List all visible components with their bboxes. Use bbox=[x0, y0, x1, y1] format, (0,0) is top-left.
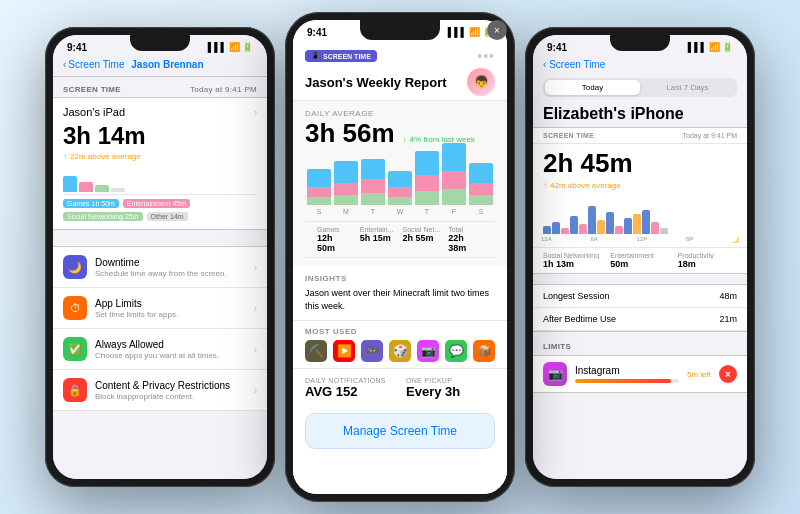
right-phone: 9:41 ▌▌▌ 📶 🔋 ‹ Screen Time Today Last 7 … bbox=[525, 27, 755, 487]
instagram-icon: 📷 bbox=[543, 362, 567, 386]
week-day-0: S bbox=[307, 169, 331, 215]
list-item-always-allowed[interactable]: ✅ Always Allowed Choose apps you want at… bbox=[53, 329, 267, 370]
battery-icon: 🔋 bbox=[242, 42, 253, 52]
r-bar-11 bbox=[633, 214, 641, 234]
cat-social-label: Social Networking 25m bbox=[63, 212, 143, 221]
downtime-icon: 🌙 bbox=[63, 255, 87, 279]
close-button[interactable]: × bbox=[487, 20, 507, 40]
notif-label-pickup: One Pickup bbox=[406, 377, 495, 384]
wifi-center-icon: 📶 bbox=[469, 27, 480, 37]
downtime-subtitle: Schedule time away from the screen. bbox=[95, 269, 246, 278]
segment-control[interactable]: Today Last 7 Days bbox=[543, 78, 737, 97]
r-bar-2 bbox=[552, 222, 560, 234]
nav-bar-left: ‹ Screen Time Jason Brennan bbox=[53, 57, 267, 77]
segment-today[interactable]: Today bbox=[545, 80, 640, 95]
week-day-4: T bbox=[415, 151, 439, 215]
signal-icon: ▌▌▌ bbox=[208, 42, 227, 52]
nav-bar-right: ‹ Screen Time bbox=[533, 57, 747, 74]
dots-menu[interactable]: ••• bbox=[477, 48, 495, 64]
limits-section: LIMITS 📷 Instagram 5m left × bbox=[533, 342, 747, 393]
chevron-app-limits: › bbox=[254, 303, 257, 314]
avg-badge-left: ↑ 22m above average bbox=[63, 152, 257, 161]
app-instagram: 📷 bbox=[417, 340, 439, 362]
limit-item-instagram[interactable]: 📷 Instagram 5m left × bbox=[533, 355, 747, 393]
back-btn-right[interactable]: ‹ Screen Time bbox=[543, 59, 737, 70]
right-section-header: SCREEN TIME bbox=[543, 132, 594, 139]
r-bar-8 bbox=[606, 212, 614, 234]
most-used-section: Most Used ⛏️ ▶️ 🎮 🎲 📷 💬 📦 bbox=[293, 320, 507, 368]
r-bar-7 bbox=[597, 220, 605, 234]
chevron-downtime: › bbox=[254, 262, 257, 273]
screen-section-right: SCREEN TIME Today at 9:41 PM 2h 45m ↑ 42… bbox=[533, 127, 747, 274]
notif-item-pickup: One Pickup Every 3h bbox=[406, 377, 495, 399]
total-time-left: 3h 14m bbox=[63, 122, 257, 150]
r-bar-6 bbox=[588, 206, 596, 234]
chevron-right-icon: › bbox=[254, 107, 257, 118]
right-section-date: Today at 9:41 PM bbox=[683, 132, 737, 139]
chevron-always-allowed: › bbox=[254, 344, 257, 355]
stat-row-bedtime: After Bedtime Use 21m bbox=[533, 308, 747, 331]
longest-session-label: Longest Session bbox=[543, 291, 610, 301]
right-categories: Social Networking 1h 13m Entertainment 5… bbox=[533, 247, 747, 273]
cat-entertain-name: Entertain... bbox=[360, 226, 395, 233]
bar-games bbox=[63, 176, 77, 192]
after-bedtime-value: 21m bbox=[719, 314, 737, 324]
r-bar-4 bbox=[570, 216, 578, 234]
center-phone: × 9:41 ▌▌▌ 📶 🔋 📱 SCREEN TIME ••• bbox=[285, 12, 515, 502]
longest-session-value: 48m bbox=[719, 291, 737, 301]
list-item-downtime[interactable]: 🌙 Downtime Schedule time away from the s… bbox=[53, 246, 267, 288]
signal-center-icon: ▌▌▌ bbox=[448, 27, 467, 37]
screen-left: 9:41 ▌▌▌ 📶 🔋 ‹ Screen Time Jason Brennan… bbox=[53, 35, 267, 479]
always-allowed-subtitle: Choose apps you want at all times. bbox=[95, 351, 246, 360]
status-icons-right: ▌▌▌ 📶 🔋 bbox=[688, 42, 733, 52]
time-right: 9:41 bbox=[547, 42, 567, 53]
cat-total-time: 22h 38m bbox=[448, 233, 483, 253]
time-label-12p: 12P bbox=[637, 236, 648, 243]
insights-section: Insights Jason went over their Minecraft… bbox=[293, 266, 507, 320]
app-other: 📦 bbox=[473, 340, 495, 362]
notif-value-pickup: Every 3h bbox=[406, 384, 495, 399]
right-cat-productivity: Productivity 18m bbox=[678, 252, 737, 269]
list-item-app-limits[interactable]: ⏱ App Limits Set time limits for apps. › bbox=[53, 288, 267, 329]
notif-value-daily: AVG 152 bbox=[305, 384, 394, 399]
app-limits-icon: ⏱ bbox=[63, 296, 87, 320]
limit-bar-container bbox=[575, 379, 679, 383]
daily-avg-label: Daily Average bbox=[305, 109, 495, 118]
list-item-content-privacy[interactable]: 🔒 Content & Privacy Restrictions Block i… bbox=[53, 370, 267, 411]
notif-label-daily: Daily Notifications bbox=[305, 377, 394, 384]
segment-last7[interactable]: Last 7 Days bbox=[640, 80, 735, 95]
cat-other-label: Other 14m bbox=[147, 212, 188, 221]
manage-screen-time-button[interactable]: Manage Screen Time bbox=[305, 413, 495, 449]
r-bar-10 bbox=[624, 218, 632, 234]
time-label-6a: 6A bbox=[590, 236, 597, 243]
instagram-name: Instagram bbox=[575, 365, 679, 376]
app-limits-title: App Limits bbox=[95, 298, 246, 309]
limits-header: LIMITS bbox=[533, 342, 747, 355]
chevron-left-icon: ‹ bbox=[63, 59, 66, 70]
time-label-6p: 6P bbox=[686, 236, 693, 243]
always-allowed-title: Always Allowed bbox=[95, 339, 246, 350]
cat-social-name: Social Net... bbox=[403, 226, 441, 233]
moon-icon: 🌙 bbox=[732, 236, 739, 243]
section-header-left: SCREEN TIME Today at 9:41 PM bbox=[53, 77, 267, 97]
app-game2: 🎲 bbox=[389, 340, 411, 362]
notch-left bbox=[130, 35, 190, 51]
limit-x-button[interactable]: × bbox=[719, 365, 737, 383]
battery-right-icon: 🔋 bbox=[722, 42, 733, 52]
screen-time-card-left[interactable]: Jason's iPad › 3h 14m ↑ 22m above averag… bbox=[53, 97, 267, 230]
cat-games-time: 12h 50m bbox=[317, 233, 352, 253]
bar-other bbox=[111, 188, 125, 192]
insights-title: Insights bbox=[305, 274, 495, 283]
right-cat-entertainment: Entertainment 50m bbox=[610, 252, 669, 269]
r-bar-9 bbox=[615, 226, 623, 234]
stats-section: Longest Session 48m After Bedtime Use 21… bbox=[533, 284, 747, 332]
back-btn-left[interactable]: ‹ Screen Time Jason Brennan bbox=[63, 59, 257, 70]
cat-total-name: Total bbox=[448, 226, 483, 233]
report-header: 📱 SCREEN TIME ••• Jason's Weekly Report … bbox=[293, 42, 507, 101]
screen-right: 9:41 ▌▌▌ 📶 🔋 ‹ Screen Time Today Last 7 … bbox=[533, 35, 747, 479]
most-used-title: Most Used bbox=[305, 327, 495, 336]
week-day-3: W bbox=[388, 171, 412, 215]
week-day-1: M bbox=[334, 161, 358, 215]
week-day-5: F bbox=[442, 143, 466, 215]
screen-time-badge: 📱 SCREEN TIME bbox=[305, 50, 377, 62]
